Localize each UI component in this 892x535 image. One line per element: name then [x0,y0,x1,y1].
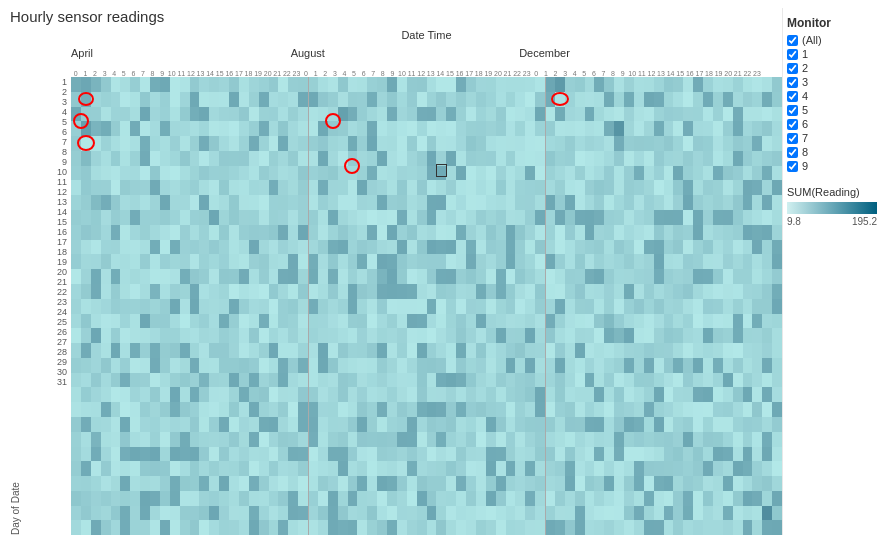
heatmap-cell[interactable] [417,210,427,225]
heatmap-cell[interactable] [496,343,506,358]
heatmap-cell[interactable] [713,210,723,225]
heatmap-cell[interactable] [683,210,693,225]
heatmap-cell[interactable] [338,476,348,491]
heatmap-cell[interactable] [308,358,318,373]
heatmap-cell[interactable] [130,92,140,107]
heatmap-cell[interactable] [288,432,298,447]
heatmap-cell[interactable] [713,151,723,166]
heatmap-cell[interactable] [160,210,170,225]
heatmap-cell[interactable] [733,476,743,491]
heatmap-cell[interactable] [160,417,170,432]
heatmap-cell[interactable] [269,417,279,432]
heatmap-cell[interactable] [209,284,219,299]
heatmap-cell[interactable] [278,269,288,284]
heatmap-cell[interactable] [476,225,486,240]
heatmap-cell[interactable] [367,343,377,358]
heatmap-cell[interactable] [318,358,328,373]
heatmap-cell[interactable] [407,343,417,358]
heatmap-cell[interactable] [604,461,614,476]
heatmap-cell[interactable] [545,225,555,240]
heatmap-cell[interactable] [713,299,723,314]
heatmap-cell[interactable] [693,225,703,240]
heatmap-cell[interactable] [298,299,308,314]
heatmap-cell[interactable] [476,107,486,122]
heatmap-cell[interactable] [535,77,545,92]
heatmap-cell[interactable] [585,402,595,417]
heatmap-cell[interactable] [71,284,81,299]
heatmap-cell[interactable] [190,476,200,491]
heatmap-cell[interactable] [209,225,219,240]
heatmap-cell[interactable] [101,151,111,166]
heatmap-cell[interactable] [101,358,111,373]
heatmap-cell[interactable] [575,432,585,447]
heatmap-cell[interactable] [150,121,160,136]
heatmap-cell[interactable] [328,520,338,535]
heatmap-cell[interactable] [150,461,160,476]
heatmap-cell[interactable] [278,402,288,417]
checkbox-5[interactable] [787,105,798,116]
heatmap-cell[interactable] [278,225,288,240]
heatmap-cell[interactable] [772,402,782,417]
heatmap-cell[interactable] [545,476,555,491]
heatmap-cell[interactable] [120,328,130,343]
heatmap-cell[interactable] [71,121,81,136]
heatmap-cell[interactable] [634,225,644,240]
heatmap-cell[interactable] [170,299,180,314]
heatmap-cell[interactable] [743,151,753,166]
heatmap-cell[interactable] [654,210,664,225]
heatmap-cell[interactable] [585,343,595,358]
heatmap-cell[interactable] [367,299,377,314]
heatmap-cell[interactable] [624,387,634,402]
heatmap-cell[interactable] [555,476,565,491]
heatmap-cell[interactable] [417,92,427,107]
heatmap-cell[interactable] [199,284,209,299]
heatmap-cell[interactable] [150,77,160,92]
heatmap-cell[interactable] [269,166,279,181]
heatmap-cell[interactable] [249,506,259,521]
heatmap-cell[interactable] [436,343,446,358]
heatmap-cell[interactable] [545,299,555,314]
heatmap-cell[interactable] [71,210,81,225]
heatmap-cell[interactable] [515,151,525,166]
heatmap-cell[interactable] [772,240,782,255]
heatmap-cell[interactable] [308,210,318,225]
heatmap-cell[interactable] [525,506,535,521]
heatmap-cell[interactable] [308,92,318,107]
heatmap-cell[interactable] [466,373,476,388]
heatmap-cell[interactable] [506,284,516,299]
heatmap-cell[interactable] [752,225,762,240]
heatmap-cell[interactable] [209,166,219,181]
heatmap-cell[interactable] [683,107,693,122]
heatmap-cell[interactable] [555,417,565,432]
heatmap-cell[interactable] [387,402,397,417]
heatmap-cell[interactable] [555,166,565,181]
heatmap-cell[interactable] [170,121,180,136]
heatmap-cell[interactable] [367,254,377,269]
heatmap-cell[interactable] [525,387,535,402]
heatmap-cell[interactable] [476,77,486,92]
heatmap-cell[interactable] [496,210,506,225]
heatmap-cell[interactable] [71,417,81,432]
heatmap-cell[interactable] [772,314,782,329]
heatmap-cell[interactable] [654,461,664,476]
heatmap-cell[interactable] [486,299,496,314]
heatmap-cell[interactable] [664,358,674,373]
heatmap-cell[interactable] [397,387,407,402]
heatmap-cell[interactable] [525,491,535,506]
heatmap-cell[interactable] [318,343,328,358]
heatmap-cell[interactable] [634,328,644,343]
heatmap-cell[interactable] [743,121,753,136]
heatmap-cell[interactable] [101,284,111,299]
heatmap-cell[interactable] [614,121,624,136]
heatmap-cell[interactable] [456,461,466,476]
heatmap-cell[interactable] [318,328,328,343]
heatmap-cell[interactable] [328,151,338,166]
heatmap-cell[interactable] [298,520,308,535]
heatmap-cell[interactable] [397,180,407,195]
heatmap-cell[interactable] [664,299,674,314]
heatmap-cell[interactable] [170,314,180,329]
heatmap-cell[interactable] [81,166,91,181]
heatmap-cell[interactable] [723,520,733,535]
heatmap-cell[interactable] [71,461,81,476]
heatmap-cell[interactable] [733,491,743,506]
